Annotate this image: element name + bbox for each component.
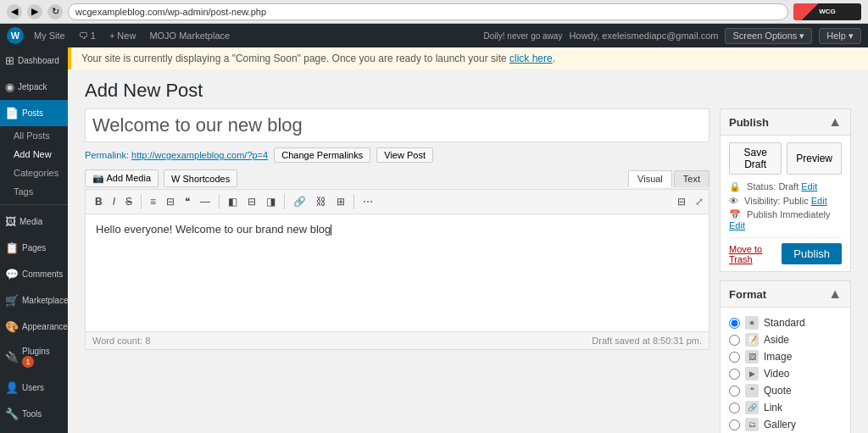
toolbar-toggle[interactable]: ⊟ (673, 193, 690, 210)
toolbar-ol[interactable]: ⊟ (162, 193, 179, 210)
sidebar-label-plugins: Plugins 1 (22, 347, 63, 368)
format-quote-radio[interactable] (729, 386, 740, 397)
toolbar-sep1 (141, 194, 142, 209)
sidebar-item-plugins[interactable]: 🔌 Plugins 1 (0, 340, 68, 375)
toolbar-blockquote[interactable]: ❝ (181, 193, 194, 210)
sidebar-item-posts[interactable]: 📄 Posts (0, 100, 68, 126)
preview-button[interactable]: Preview (787, 142, 842, 175)
toolbar-insert[interactable]: ⊞ (332, 193, 349, 210)
back-button[interactable]: ◀ (7, 4, 22, 19)
toolbar-align-left[interactable]: ◧ (224, 193, 242, 210)
toolbar-unlink[interactable]: ⛓ (312, 193, 331, 210)
page-title: Add New Post (68, 69, 868, 108)
toolbar-more[interactable]: ⋯ (359, 193, 377, 210)
sidebar-label-users: Users (22, 383, 44, 392)
add-media-icon: 📷 (92, 173, 104, 183)
admin-bar-my-site[interactable]: My Site (31, 31, 69, 41)
sidebar-item-appearance[interactable]: 🎨 Appearance (0, 314, 68, 340)
toolbar-link[interactable]: 🔗 (289, 193, 310, 210)
format-panel-toggle[interactable]: ▲ (828, 286, 842, 302)
visibility-edit-link[interactable]: Edit (811, 196, 827, 206)
save-draft-button[interactable]: Save Draft (729, 142, 782, 175)
format-panel: Format ▲ ★ Standard 📝 Aside (720, 280, 851, 433)
visibility-icon: 👁 (729, 196, 738, 206)
status-row: 🔒 Status: Draft Edit (729, 181, 842, 192)
toolbar-italic[interactable]: I (108, 193, 120, 210)
format-video-radio[interactable] (729, 369, 740, 380)
format-image-radio[interactable] (729, 352, 740, 363)
sidebar-item-media[interactable]: 🖼 Media (0, 208, 68, 235)
toolbar-bold[interactable]: B (91, 193, 107, 210)
screen-options-button[interactable]: Screen Options ▾ (725, 28, 812, 44)
sidebar-subitem-categories[interactable]: Categories (0, 164, 68, 182)
shortcodes-button[interactable]: W Shortcodes (164, 169, 237, 187)
format-gallery-icon: 🗂 (745, 418, 759, 431)
admin-bar-new[interactable]: + New (106, 31, 140, 41)
posts-icon: 📄 (5, 107, 19, 119)
sidebar-item-comments[interactable]: 💬 Comments (0, 261, 68, 287)
format-video-icon: ▶ (745, 367, 759, 380)
sidebar-subitem-all-posts[interactable]: All Posts (0, 126, 68, 145)
status-edit-link[interactable]: Edit (801, 181, 817, 192)
sidebar-item-pages[interactable]: 📋 Pages (0, 235, 68, 261)
visibility-row: 👁 Visibility: Public Edit (729, 196, 842, 206)
tab-visual[interactable]: Visual (628, 170, 672, 187)
fullscreen-button[interactable]: ⤢ (695, 196, 704, 208)
tab-text[interactable]: Text (674, 170, 709, 187)
address-bar[interactable] (68, 3, 788, 20)
sidebar-subitem-add-new[interactable]: Add New (0, 145, 68, 164)
publish-button[interactable]: Publish (782, 243, 842, 264)
toolbar-align-center[interactable]: ⊟ (243, 193, 260, 210)
editor-body[interactable]: Hello everyone! Welcome to our brand new… (85, 214, 709, 332)
sidebar-item-settings[interactable]: ⚙ Settings (0, 427, 68, 433)
sidebar-subitem-tags[interactable]: Tags (0, 182, 68, 201)
format-link: 🔗 Link (729, 399, 842, 416)
toolbar-sep3 (284, 194, 285, 209)
toolbar-hr[interactable]: — (196, 193, 214, 210)
draft-saved-status: Draft saved at 8:50:31 pm. (592, 336, 702, 346)
toolbar-sep2 (219, 194, 220, 209)
editor-footer: Word count: 8 Draft saved at 8:50:31 pm. (85, 332, 709, 350)
move-to-trash-link[interactable]: Move to Trash (729, 244, 782, 264)
sidebar-label-tools: Tools (22, 409, 42, 419)
admin-bar-mojo[interactable]: MOJO Marketplace (146, 31, 233, 41)
toolbar-align-right[interactable]: ◨ (262, 193, 280, 210)
status-icon: 🔒 (729, 181, 741, 192)
format-quote-icon: ❝ (745, 384, 759, 397)
admin-bar-comments[interactable]: 🗨 1 (75, 31, 99, 41)
format-image: 🖼 Image (729, 348, 842, 365)
format-gallery-radio[interactable] (729, 419, 740, 430)
publish-panel-toggle[interactable]: ▲ (828, 114, 842, 130)
sidebar-item-tools[interactable]: 🔧 Tools (0, 401, 68, 427)
tinymce-toolbar: B I S ≡ ⊟ ❝ — ◧ ⊟ ◨ 🔗 ⛓ ⊞ (85, 189, 709, 214)
forward-button[interactable]: ▶ (27, 4, 42, 19)
visibility-value: Public (783, 196, 809, 206)
publish-time-value: Immediately (780, 209, 830, 219)
format-link-radio[interactable] (729, 402, 740, 414)
help-button[interactable]: Help ▾ (819, 28, 861, 44)
permalink-bar: Permalink: http://wcgexampleblog.com/?p=… (85, 147, 709, 163)
sidebar-item-jetpack[interactable]: ◉ Jetpack (0, 74, 68, 100)
format-standard-label: Standard (764, 317, 805, 329)
permalink-url[interactable]: http://wcgexampleblog.com/?p=4 (131, 150, 268, 160)
media-icon: 🖼 (5, 215, 16, 228)
notice-link[interactable]: click here (509, 53, 553, 64)
refresh-button[interactable]: ↻ (47, 4, 63, 19)
add-media-button[interactable]: 📷 Add Media (85, 169, 159, 187)
sidebar-item-marketplace[interactable]: 🛒 Marketplace (0, 287, 68, 314)
format-quote-label: Quote (764, 385, 792, 397)
sidebar-item-users[interactable]: 👤 Users (0, 375, 68, 401)
sidebar-item-dashboard[interactable]: ⊞ Dashboard (0, 47, 68, 74)
post-title-input[interactable] (85, 108, 709, 142)
toolbar-ul[interactable]: ≡ (146, 193, 160, 210)
toolbar-strikethrough[interactable]: S (121, 193, 136, 210)
format-standard-radio[interactable] (729, 318, 740, 329)
main-content: Your site is currently displaying a "Com… (68, 47, 868, 433)
format-link-label: Link (764, 402, 782, 414)
view-post-button[interactable]: View Post (376, 147, 433, 163)
change-permalinks-button[interactable]: Change Permalinks (274, 147, 370, 163)
publish-time-edit-link[interactable]: Edit (729, 220, 745, 230)
format-image-icon: 🖼 (745, 350, 759, 364)
wp-admin-bar: W My Site 🗨 1 + New MOJO Marketplace Doi… (0, 24, 868, 47)
format-aside-radio[interactable] (729, 335, 740, 346)
